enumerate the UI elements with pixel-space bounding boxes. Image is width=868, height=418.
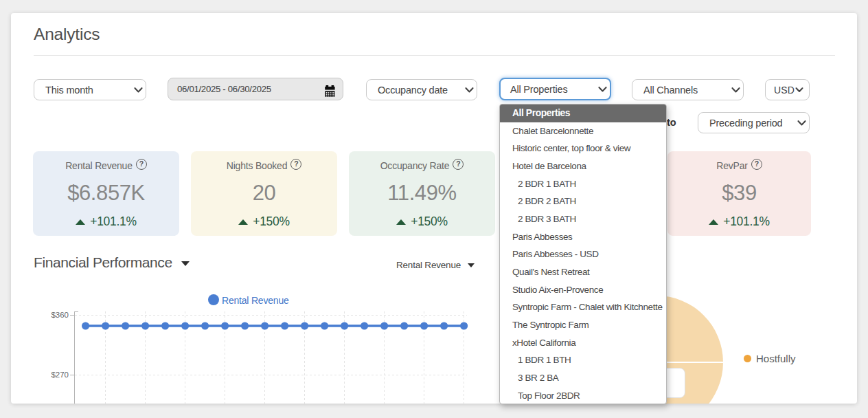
svg-text:$360: $360	[51, 311, 69, 319]
svg-text:$270: $270	[51, 371, 69, 379]
